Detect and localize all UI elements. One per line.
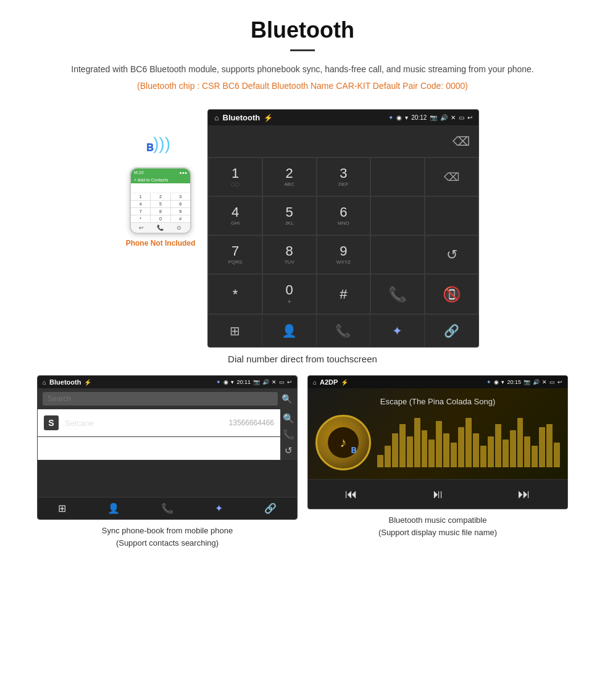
phone-key-star[interactable]: * (131, 215, 150, 222)
eq-bar (451, 443, 457, 467)
key-0[interactable]: 0 + (262, 274, 317, 314)
music-main: Escape (The Pina Colada Song) ♪ ʙ (308, 388, 567, 479)
eq-bar (392, 433, 398, 467)
page-specs: (Bluetooth chip : CSR BC6 Default Blueto… (37, 81, 568, 91)
phone-key-6[interactable]: 6 (171, 201, 190, 207)
play-pause-button[interactable]: ⏯ (432, 487, 444, 501)
pb-loc-icon: ◉ (223, 379, 228, 385)
pb-search-input[interactable] (43, 392, 278, 406)
bt-status-icon: ✦ (388, 114, 393, 121)
dial-status-bar: ⌂ Bluetooth ⚡ ✦ ◉ ▾ 20:12 📷 🔊 ✕ ▭ ↩ (208, 110, 478, 125)
music-note-icon: ♪ (340, 435, 347, 451)
phone-call-icon[interactable]: 📞 (157, 225, 164, 231)
key-star[interactable]: * (208, 274, 262, 314)
minimize-icon[interactable]: ▭ (459, 114, 464, 121)
phone-key-2[interactable]: 2 (151, 193, 170, 200)
music-home-icon[interactable]: ⌂ (313, 379, 317, 386)
close-icon[interactable]: ✕ (451, 114, 456, 121)
toolbar-contacts[interactable]: 👤 (262, 315, 317, 347)
pb-toolbar-grid[interactable]: ⊞ (58, 502, 66, 514)
eq-bar (377, 455, 383, 467)
phone-key-8[interactable]: 8 (151, 208, 170, 215)
phone-key-4[interactable]: 4 (131, 201, 150, 207)
pb-close-icon[interactable]: ✕ (272, 379, 277, 385)
key-hash[interactable]: # (317, 274, 371, 314)
bluetooth-icon: ʙ (146, 139, 154, 155)
key-6[interactable]: 6 MNO (317, 196, 371, 235)
pb-icon-refresh[interactable]: ↺ (285, 445, 293, 456)
eq-bar (554, 443, 560, 467)
usb-icon: ⚡ (264, 114, 273, 122)
phone-not-included-label: Phone Not Included (126, 239, 196, 248)
eq-bar (539, 427, 545, 467)
pb-toolbar-link[interactable]: 🔗 (264, 502, 277, 514)
contact-row-seicane[interactable]: S Seicane 13566664466 (38, 409, 280, 437)
end-call-button[interactable]: 📵 (425, 274, 479, 314)
key-5[interactable]: 5 JKL (262, 196, 317, 235)
page-container: Bluetooth Integrated with BC6 Bluetooth … (0, 0, 605, 549)
key-7[interactable]: 7 PQRS (208, 235, 262, 274)
toolbar-phone[interactable]: 📞 (317, 315, 371, 347)
pb-toolbar: ⊞ 👤 📞 ✦ 🔗 (38, 497, 297, 519)
home-icon[interactable]: ⌂ (214, 114, 219, 122)
call-button[interactable]: 📞 (370, 274, 425, 314)
wifi-signal-icon: ))) (153, 134, 170, 154)
prev-button[interactable]: ⏮ (345, 487, 357, 501)
toolbar-link[interactable]: 🔗 (425, 315, 479, 347)
cam-icon: 📷 (430, 114, 437, 121)
key-row2-col5 (425, 196, 479, 235)
music-content: ♪ ʙ (315, 415, 560, 470)
pb-home-icon[interactable]: ⌂ (43, 379, 46, 386)
pb-min-icon[interactable]: ▭ (279, 379, 285, 385)
key-refresh[interactable]: ↺ (425, 235, 479, 274)
contact-number: 13566664466 (229, 419, 274, 427)
key-8[interactable]: 8 TUV (262, 235, 317, 274)
vol-icon: 🔊 (440, 114, 448, 121)
status-time: 20:12 (411, 114, 427, 121)
pb-icon-call[interactable]: 📞 (283, 429, 294, 440)
music-min-icon[interactable]: ▭ (549, 379, 555, 385)
eq-bar (385, 446, 391, 467)
backspace-button[interactable]: ⌫ (453, 134, 470, 149)
phone-key-3[interactable]: 3 (171, 193, 190, 200)
pb-toolbar-person[interactable]: 👤 (107, 502, 120, 514)
toolbar-bluetooth[interactable]: ✦ (370, 315, 425, 347)
pb-time: 20:11 (236, 379, 251, 385)
pb-search-icon[interactable]: 🔍 (282, 394, 292, 404)
pb-icon-search[interactable]: 🔍 (283, 413, 294, 424)
pb-status-bar: ⌂ Bluetooth ⚡ ✦ ◉ ▾ 20:11 📷 🔊 ✕ ▭ ↩ (38, 376, 297, 388)
key-2[interactable]: 2 ABC (262, 157, 317, 196)
pb-back-icon[interactable]: ↩ (287, 379, 292, 385)
phone-key-5[interactable]: 5 (151, 201, 170, 207)
phone-key-7[interactable]: 7 (131, 208, 150, 215)
key-backspace[interactable]: ⌫ (425, 157, 479, 196)
phone-call-label: + Add to Contacts (134, 178, 168, 182)
eq-bar (458, 427, 464, 467)
toolbar-dialpad[interactable]: ⊞ (208, 315, 262, 347)
music-back-icon[interactable]: ↩ (557, 379, 562, 385)
loc-icon: ◉ (396, 114, 402, 121)
key-3[interactable]: 3 DEF (317, 157, 371, 196)
key-1[interactable]: 1 ◌◌ (208, 157, 262, 196)
phone-key-9[interactable]: 9 (171, 208, 190, 215)
phone-home-icon: ⊙ (177, 225, 182, 231)
back-icon[interactable]: ↩ (467, 114, 472, 121)
dial-screen-app-name: Bluetooth (223, 113, 261, 122)
music-controls: ⏮ ⏯ ⏭ (308, 479, 567, 509)
phone-key-hash[interactable]: # (171, 215, 190, 222)
music-close-icon[interactable]: ✕ (542, 379, 547, 385)
page-title: Bluetooth (37, 17, 568, 43)
eq-bar (399, 424, 406, 467)
album-art-inner: ♪ ʙ (328, 427, 359, 458)
phone-key-0[interactable]: 0 (151, 215, 170, 222)
pb-toolbar-phone[interactable]: 📞 (161, 502, 173, 514)
phone-key-1[interactable]: 1 (131, 193, 150, 200)
pb-app-name: Bluetooth (49, 378, 81, 386)
music-vol-icon: 🔊 (533, 379, 540, 385)
music-caption: Bluetooth music compatible (Support disp… (378, 514, 497, 538)
music-screen: ⌂ A2DP ⚡ ✦ ◉ ▾ 20:15 📷 🔊 ✕ ▭ ↩ (307, 375, 568, 509)
pb-toolbar-bt[interactable]: ✦ (215, 502, 223, 514)
key-9[interactable]: 9 WXYZ (317, 235, 371, 274)
key-4[interactable]: 4 GHI (208, 196, 262, 235)
next-button[interactable]: ⏭ (518, 487, 530, 501)
